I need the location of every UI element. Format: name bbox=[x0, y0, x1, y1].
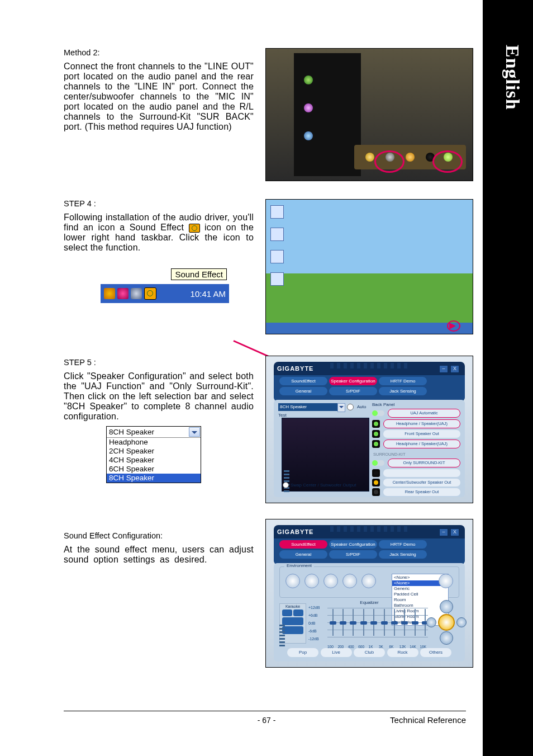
eq-slider[interactable] bbox=[391, 609, 398, 636]
env-option[interactable]: Generic bbox=[392, 586, 448, 592]
power-knob-icon[interactable] bbox=[438, 614, 455, 631]
desktop-icon-1-icon[interactable] bbox=[270, 205, 284, 219]
close-button[interactable]: X bbox=[450, 365, 459, 373]
tray-icon-2-icon[interactable] bbox=[117, 288, 129, 299]
knob-down-icon[interactable] bbox=[440, 631, 453, 645]
jack-label-pill[interactable]: Front Speaker Out bbox=[383, 430, 460, 438]
app-tab[interactable]: General bbox=[279, 550, 327, 559]
tray-sound-effect-icon[interactable] bbox=[144, 287, 156, 300]
tray-icon-3-icon[interactable] bbox=[131, 288, 142, 299]
eq-y-labels: +12dB+6dB0dB-6dB-12dB bbox=[308, 607, 325, 638]
eq-slider[interactable] bbox=[381, 609, 388, 636]
eq-preset-button[interactable]: Club bbox=[354, 648, 385, 657]
jack-port-icon bbox=[372, 430, 380, 438]
close-button[interactable]: X bbox=[450, 528, 459, 536]
eq-y-label: -12dB bbox=[308, 637, 319, 641]
jack-label-pill[interactable]: Rear Speaker Out bbox=[383, 488, 460, 496]
tray-tooltip: Sound Effect bbox=[171, 268, 227, 280]
environment-presets-icons bbox=[285, 574, 376, 588]
eq-preset-button[interactable]: Others bbox=[420, 648, 451, 657]
dropdown-option[interactable]: 4CH Speaker bbox=[107, 456, 201, 465]
eq-slider[interactable] bbox=[330, 609, 336, 636]
eq-slider[interactable] bbox=[401, 609, 408, 636]
jack-label-pill[interactable]: Headphone / Speaker(UAJ) bbox=[383, 440, 460, 448]
port-yellow-icon bbox=[365, 153, 374, 162]
tray-highlight-oval-icon bbox=[447, 320, 460, 332]
dropdown-option[interactable]: 8CH Speaker bbox=[107, 474, 201, 483]
env-preset-5-icon[interactable] bbox=[361, 574, 376, 588]
eq-slider[interactable] bbox=[360, 609, 367, 636]
only-surround-pill[interactable]: Only SURROUND-KIT bbox=[388, 459, 460, 467]
knob-up-icon[interactable] bbox=[440, 600, 453, 613]
speaker-room-illustration bbox=[282, 418, 369, 492]
dropdown-option[interactable]: Headphone bbox=[107, 438, 201, 447]
app-tab[interactable]: S/PDIF bbox=[329, 387, 377, 395]
eq-slider[interactable] bbox=[370, 609, 377, 636]
karaoke-btn-3[interactable] bbox=[282, 617, 303, 625]
app-tab[interactable]: General bbox=[279, 387, 327, 395]
app-tab[interactable]: HRTF Demo bbox=[379, 377, 427, 385]
swap-option[interactable]: Swap Center / Subwoofer Output bbox=[283, 482, 356, 488]
jack-port-icon bbox=[372, 469, 380, 477]
chevron-down-icon[interactable] bbox=[337, 403, 345, 412]
dropdown-option[interactable]: 6CH Speaker bbox=[107, 465, 201, 474]
env-selected-label: <None> bbox=[394, 575, 410, 580]
env-preset-4-icon[interactable] bbox=[342, 574, 357, 588]
app-tab[interactable]: SoundEffect bbox=[279, 540, 327, 549]
auto-test-radio[interactable] bbox=[347, 404, 354, 410]
knob-right-icon[interactable] bbox=[456, 617, 467, 627]
app-titlebar: GIGABYTE – X bbox=[274, 525, 465, 538]
eq-gridline bbox=[327, 637, 428, 637]
dropdown-option[interactable]: 2CH Speaker bbox=[107, 447, 201, 456]
speaker-mode-dropdown[interactable]: 8CH Speaker Headphone2CH Speaker4CH Spea… bbox=[106, 426, 201, 483]
dropdown-selected[interactable]: 8CH Speaker bbox=[107, 427, 201, 438]
app-tab[interactable]: HRTF Demo bbox=[379, 540, 427, 549]
app-tab[interactable]: SoundEffect bbox=[279, 377, 327, 385]
app-tab[interactable]: S/PDIF bbox=[329, 550, 377, 559]
only-surround-toggle[interactable] bbox=[372, 460, 384, 466]
app-tab[interactable]: Jack Sensing bbox=[379, 387, 427, 395]
jack-row: Rear Speaker Out bbox=[372, 488, 460, 496]
karaoke-btn-1[interactable] bbox=[282, 609, 292, 616]
app-tab[interactable]: Speaker Configuration bbox=[329, 377, 377, 385]
radio-icon[interactable] bbox=[283, 482, 289, 488]
chevron-down-icon[interactable] bbox=[189, 427, 200, 437]
desktop-icon-2-icon[interactable] bbox=[270, 228, 284, 241]
sfx-text: At the sound effect menu, users can adju… bbox=[64, 545, 254, 565]
drag-handle-icon[interactable] bbox=[284, 470, 289, 493]
env-preset-3-icon[interactable] bbox=[323, 574, 338, 588]
eq-preset-button[interactable]: Live bbox=[321, 648, 352, 657]
karaoke-btn-2[interactable] bbox=[293, 609, 303, 616]
jack-label-pill[interactable]: Center/Subwoofer Speaker Out bbox=[383, 479, 460, 486]
footer-rule bbox=[64, 711, 466, 711]
jack-label-pill[interactable] bbox=[383, 469, 460, 477]
karaoke-btn-4[interactable] bbox=[282, 626, 303, 634]
highlight-oval-1-icon bbox=[374, 150, 404, 173]
dropdown-list: Headphone2CH Speaker4CH Speaker6CH Speak… bbox=[107, 438, 201, 483]
env-preset-1-icon[interactable] bbox=[285, 574, 300, 588]
eq-preset-button[interactable]: Pop bbox=[287, 648, 318, 657]
speaker-mode-select[interactable]: 8CH Speaker bbox=[278, 403, 337, 411]
desktop-icon-3-icon[interactable] bbox=[270, 250, 284, 263]
eq-preset-button[interactable]: Rock bbox=[387, 648, 418, 657]
eq-slider[interactable] bbox=[340, 609, 346, 636]
drag-handle-icon[interactable] bbox=[279, 625, 285, 647]
uaj-toggle[interactable] bbox=[372, 410, 384, 416]
eq-slider[interactable] bbox=[350, 609, 356, 636]
eq-y-label: -6dB bbox=[308, 629, 317, 633]
jack-label-pill[interactable]: Headphone / Speaker(UAJ) bbox=[383, 419, 460, 428]
uaj-automatic-pill[interactable]: UAJ Automatic bbox=[388, 409, 460, 418]
app-tab[interactable]: Speaker Configuration bbox=[329, 540, 377, 549]
knob-left-icon[interactable] bbox=[426, 617, 436, 627]
jack-port-icon bbox=[372, 440, 380, 448]
desktop-icon-4-icon[interactable] bbox=[270, 272, 284, 286]
figure-windows-desktop bbox=[265, 199, 473, 334]
minimize-button[interactable]: – bbox=[439, 528, 448, 536]
env-apply-icon[interactable] bbox=[439, 574, 453, 588]
env-option[interactable]: Padded Cell bbox=[392, 592, 448, 597]
app-tab[interactable]: Jack Sensing bbox=[379, 550, 427, 559]
eq-slider[interactable] bbox=[412, 609, 418, 636]
env-preset-2-icon[interactable] bbox=[304, 574, 319, 588]
minimize-button[interactable]: – bbox=[439, 365, 448, 373]
tray-icon-1-icon[interactable] bbox=[104, 288, 115, 299]
